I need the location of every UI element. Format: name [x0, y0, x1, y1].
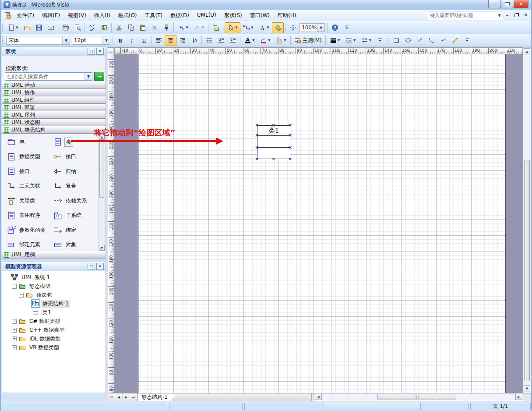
- next-page-button[interactable]: ▶: [123, 393, 130, 401]
- selection-handle-icon[interactable]: ×: [288, 145, 292, 149]
- dropdown-icon[interactable]: ▼: [353, 39, 356, 42]
- save-button[interactable]: [33, 22, 45, 33]
- shapes-scrollbar[interactable]: ▲ = ▼: [99, 134, 105, 251]
- page-tab-active[interactable]: 静态结构-1: [138, 393, 176, 401]
- research-button[interactable]: [98, 22, 110, 33]
- shape-interface-lollipop[interactable]: 接口: [51, 150, 78, 163]
- dropdown-icon[interactable]: ▼: [268, 39, 270, 42]
- stencil-uml-协作[interactable]: UML 协作: [2, 89, 106, 96]
- selection-handle-icon[interactable]: ×: [288, 123, 292, 127]
- text-tool-button[interactable]: A▼: [256, 22, 272, 33]
- dropdown-icon[interactable]: ▼: [267, 26, 269, 29]
- shape-package[interactable]: 包: [5, 135, 26, 149]
- font-family-combo[interactable]: 宋体▼: [6, 36, 70, 45]
- tree-item-静态模型[interactable]: −静态模型: [12, 282, 52, 291]
- format-painter-button[interactable]: [160, 22, 172, 33]
- scroll-down-button[interactable]: ▼: [99, 245, 105, 251]
- align-left-button[interactable]: [153, 35, 165, 46]
- dropdown-icon[interactable]: ▼: [16, 26, 18, 29]
- line-pattern-button[interactable]: ▼: [343, 35, 359, 46]
- paste-button[interactable]: [137, 22, 148, 33]
- dropdown-icon[interactable]: ▼: [251, 26, 253, 29]
- collapse-icon[interactable]: −: [19, 293, 24, 298]
- line-color-button[interactable]: ▼: [257, 35, 273, 46]
- vertical-ruler[interactable]: 2802702602502402302202102001901801701601…: [108, 54, 115, 393]
- shape-interface[interactable]: 接口: [5, 165, 31, 178]
- shape-generalization[interactable]: 归纳: [51, 165, 78, 178]
- italic-button[interactable]: I: [126, 35, 138, 46]
- dropdown-icon[interactable]: ▼: [186, 26, 188, 29]
- scrollbar-thumb[interactable]: [524, 160, 530, 381]
- dropdown-icon[interactable]: ▼: [369, 39, 371, 42]
- first-page-button[interactable]: ⏮: [108, 393, 115, 401]
- expand-icon[interactable]: +: [12, 345, 17, 350]
- last-page-button[interactable]: ⏭: [130, 393, 137, 401]
- scrollbar-thumb[interactable]: =: [99, 141, 104, 198]
- menu-w[interactable]: 窗口(W): [246, 10, 274, 21]
- cut-button[interactable]: [113, 22, 125, 33]
- panel-close-button[interactable]: ✕: [96, 48, 104, 55]
- menu-f[interactable]: 文件(F): [13, 10, 38, 21]
- menu-o[interactable]: 格式(O): [114, 10, 141, 21]
- shape-binding[interactable]: «»绑定: [51, 223, 78, 237]
- tree-item-vb-数据类型[interactable]: +VB 数据类型: [12, 343, 60, 352]
- tree-item-c#-数据类型[interactable]: +C# 数据类型: [12, 317, 61, 326]
- toolbar-options-button[interactable]: [341, 22, 352, 33]
- arc-tool-button[interactable]: [426, 35, 438, 46]
- selection-handle-icon[interactable]: ×: [255, 133, 259, 137]
- menu-umlu[interactable]: UML(U): [193, 10, 220, 21]
- stencil-uml-usecase[interactable]: UML 用例: [2, 251, 106, 259]
- freeform-tool-button[interactable]: [438, 35, 450, 46]
- shape-class[interactable]: 类: [51, 135, 73, 149]
- shape-utility[interactable]: 实用程序: [5, 209, 42, 222]
- toolbar-grip[interactable]: [2, 23, 4, 32]
- dropdown-icon[interactable]: ▼: [102, 36, 110, 44]
- align-center-button[interactable]: [165, 35, 176, 46]
- expand-icon[interactable]: +: [12, 319, 17, 324]
- help-search-dropdown-icon[interactable]: ▼: [496, 11, 503, 20]
- menu-i[interactable]: 插入(I): [90, 10, 114, 21]
- bold-button[interactable]: B: [114, 35, 126, 46]
- drawing-page[interactable]: 类1 ××××××××××: [138, 54, 506, 393]
- doc-restore-button[interactable]: [513, 12, 520, 18]
- text-direction-button[interactable]: A: [188, 35, 200, 46]
- scroll-left-button[interactable]: ◀: [315, 394, 322, 400]
- toolbar-options-button[interactable]: [462, 35, 473, 46]
- delete-button[interactable]: [148, 22, 160, 33]
- spelling-button[interactable]: [86, 22, 98, 33]
- panel-close-button[interactable]: ✕: [96, 263, 104, 270]
- menu-s[interactable]: 形状(S): [220, 10, 246, 21]
- previous-page-button[interactable]: ◀: [115, 393, 123, 401]
- new-document-button[interactable]: ▼: [5, 22, 21, 33]
- line-weight-button[interactable]: ▼: [327, 35, 343, 46]
- shape-binary-association[interactable]: 二元关联: [5, 180, 42, 193]
- shape-window-button[interactable]: [210, 22, 222, 33]
- dropdown-icon[interactable]: ▼: [317, 24, 324, 32]
- pencil-tool-button[interactable]: [450, 35, 462, 46]
- search-go-button[interactable]: →: [94, 72, 104, 81]
- font-size-combo[interactable]: 12pt▼: [72, 36, 110, 45]
- bullets-button[interactable]: [203, 35, 215, 46]
- minimize-button[interactable]: ─: [488, 0, 500, 8]
- redo-button[interactable]: ▼: [191, 22, 207, 33]
- undo-button[interactable]: ▼: [175, 22, 191, 33]
- tree-item-类1[interactable]: 类1: [26, 308, 53, 317]
- selection-handle-icon[interactable]: ×: [255, 145, 259, 149]
- selection-handle-icon[interactable]: ×: [271, 123, 275, 127]
- shape-association-class[interactable]: 关联类: [5, 194, 36, 207]
- ellipse-tool-button[interactable]: [402, 35, 414, 46]
- menu-h[interactable]: 帮助(H): [274, 10, 300, 21]
- panel-float-button[interactable]: □: [88, 263, 95, 270]
- scrollbar-thumb[interactable]: |||: [377, 394, 456, 400]
- uml-class-shape[interactable]: 类1: [257, 125, 290, 159]
- toolbar-options-button[interactable]: [374, 35, 386, 46]
- shape-bound-element[interactable]: 绑定元素: [5, 238, 42, 252]
- line-ends-button[interactable]: ▼: [359, 35, 374, 46]
- dropdown-icon[interactable]: ▼: [284, 39, 286, 42]
- stencil-uml-活动[interactable]: UML 活动: [2, 81, 106, 89]
- dropdown-icon[interactable]: ▼: [235, 26, 237, 29]
- fill-color-button[interactable]: ▼: [273, 35, 289, 46]
- help-button[interactable]: ?: [329, 22, 341, 33]
- help-search-input[interactable]: [428, 12, 496, 19]
- shape-search-combo[interactable]: ▼: [5, 72, 92, 81]
